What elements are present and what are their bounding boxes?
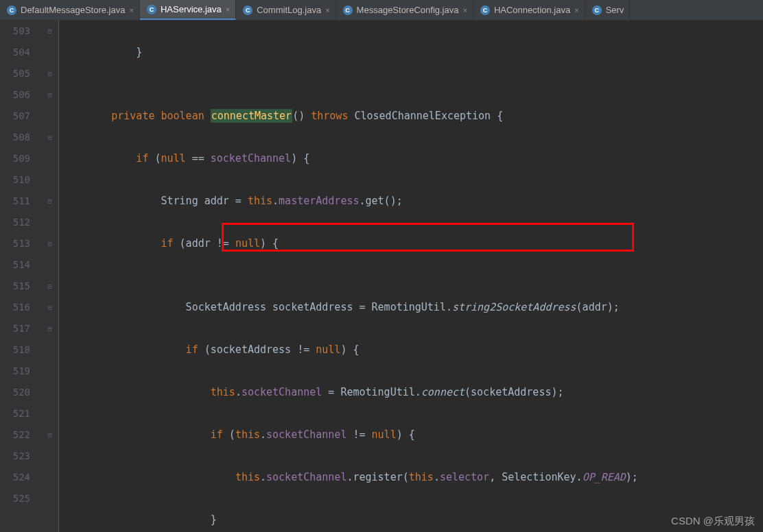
line-number: 506 [0,84,30,106]
tab-label: Serv [606,5,624,15]
fold-mark [41,403,58,424]
gutter-fold-marks: ⊟ ⊟⊟ ⊟ ⊟ ⊟ ⊟⊟⊟ ⊟ [41,21,59,532]
code-area[interactable]: } private boolean connectMaster() throws… [59,21,763,532]
tab[interactable]: CServ [585,0,631,20]
line-number: 518 [0,339,30,361]
java-file-icon: C [343,5,353,15]
fold-mark[interactable]: ⊟ [41,297,58,318]
tab-label: CommitLog.java [257,5,321,15]
tab-label: HAService.java [161,4,222,14]
fold-mark[interactable]: ⊟ [41,191,58,212]
line-number: 523 [0,446,30,467]
editor: 5035045055065075085095105115125135145155… [0,21,763,532]
tab-label: MessageStoreConfig.java [357,5,459,15]
fold-mark [41,106,58,127]
line-number: 513 [0,233,30,254]
fold-mark [41,169,58,191]
line-number: 510 [0,169,30,191]
line-number: 503 [0,21,30,42]
java-file-icon: C [592,5,602,15]
line-number: 517 [0,318,30,339]
fold-mark [41,382,58,403]
java-file-icon: C [243,5,253,15]
line-number: 514 [0,254,30,276]
fold-mark [41,361,58,382]
line-number: 519 [0,361,30,382]
fold-mark [41,148,58,169]
tab-label: HAConnection.java [494,5,570,15]
line-number: 508 [0,127,30,148]
fold-mark [41,212,58,233]
gutter: 5035045055065075085095105115125135145155… [0,21,41,532]
fold-mark [41,467,58,488]
java-file-icon: C [7,5,16,15]
line-number: 511 [0,191,30,212]
java-file-icon: C [147,5,156,14]
close-icon[interactable]: × [462,6,467,14]
fold-mark [41,339,58,361]
tab[interactable]: CHAConnection.java× [473,0,585,20]
fold-mark [41,254,58,276]
watermark: CSDN @乐观男孩 [671,515,755,528]
line-number: 516 [0,297,30,318]
line-number: 522 [0,424,30,446]
fold-mark [41,42,58,63]
line-number: 507 [0,106,30,127]
line-number: 509 [0,148,30,169]
line-number: 512 [0,212,30,233]
line-number: 504 [0,42,30,63]
fold-mark[interactable]: ⊟ [41,276,58,297]
java-file-icon: C [480,5,490,15]
tab[interactable]: CMessageStoreConfig.java× [336,0,473,20]
close-icon[interactable]: × [574,6,578,14]
fold-mark[interactable]: ⊟ [41,233,58,254]
tab-label: DefaultMessageStore.java [21,5,125,15]
line-number: 505 [0,63,30,84]
fold-mark[interactable]: ⊟ [41,84,58,106]
fold-mark[interactable]: ⊟ [41,21,58,42]
fold-mark[interactable]: ⊟ [41,63,58,84]
line-number: 520 [0,382,30,403]
tab[interactable]: CDefaultMessageStore.java× [0,0,140,20]
line-number: 525 [0,488,30,509]
line-number: 521 [0,403,30,424]
fold-mark[interactable]: ⊟ [41,424,58,446]
fold-mark[interactable]: ⊟ [41,318,58,339]
line-number: 524 [0,467,30,488]
close-icon[interactable]: × [129,6,133,14]
tab-bar: CDefaultMessageStore.java×CHAService.jav… [0,0,763,21]
tab[interactable]: CHAService.java× [140,0,236,20]
tab[interactable]: CCommitLog.java× [236,0,336,20]
line-number: 515 [0,276,30,297]
close-icon[interactable]: × [325,6,329,14]
fold-mark[interactable]: ⊟ [41,127,58,148]
close-icon[interactable]: × [226,5,230,14]
method-name[interactable]: connectMaster [211,109,292,123]
fold-mark [41,446,58,467]
fold-mark [41,488,58,509]
